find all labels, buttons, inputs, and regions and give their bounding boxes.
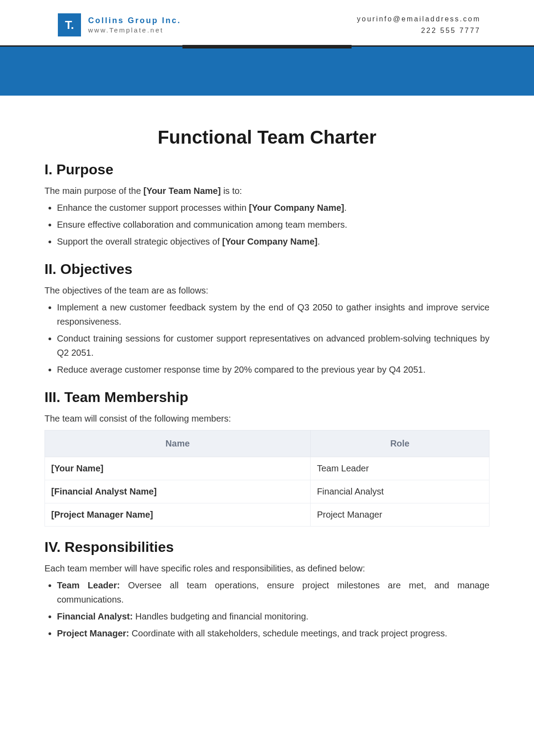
text: . <box>344 203 347 213</box>
table-row: [Project Manager Name] Project Manager <box>45 503 490 527</box>
list-item: Financial Analyst: Handles budgeting and… <box>57 609 490 623</box>
list-item: Team Leader: Oversee all team operations… <box>57 578 490 607</box>
section-heading-objectives: II. Objectives <box>44 261 490 277</box>
contact-email: yourinfo@emailaddress.com <box>357 13 481 25</box>
role-label: Project Manager: <box>57 628 129 638</box>
page-title: Functional Team Charter <box>44 127 490 148</box>
header: T. Collins Group Inc. www.Template.net y… <box>0 0 534 45</box>
list-item: Conduct training sessions for customer s… <box>57 331 490 360</box>
logo-block: T. Collins Group Inc. www.Template.net <box>58 13 181 36</box>
table-row: [Your Name] Team Leader <box>45 457 490 480</box>
logo-icon: T. <box>58 13 81 36</box>
section-heading-purpose: I. Purpose <box>44 161 490 178</box>
contact-phone: 222 555 7777 <box>357 25 481 36</box>
blue-band <box>0 47 534 96</box>
divider <box>0 45 534 47</box>
company-text: Collins Group Inc. www.Template.net <box>88 16 181 35</box>
objectives-intro: The objectives of the team are as follow… <box>44 286 490 296</box>
purpose-list: Enhance the customer support processes w… <box>44 201 490 249</box>
cell-role: Financial Analyst <box>311 480 490 503</box>
cell-role: Project Manager <box>311 503 490 527</box>
company-name: Collins Group Inc. <box>88 16 181 26</box>
list-item: Ensure effective collaboration and commu… <box>57 217 490 232</box>
table-row: [Financial Analyst Name] Financial Analy… <box>45 480 490 503</box>
list-item: Support the overall strategic objectives… <box>57 234 490 249</box>
role-label: Financial Analyst: <box>57 611 133 621</box>
cell-name: [Project Manager Name] <box>45 503 311 527</box>
content: Functional Team Charter I. Purpose The m… <box>0 96 534 663</box>
purpose-intro-placeholder: [Your Team Name] <box>143 186 221 196</box>
responsibilities-intro: Each team member will have specific role… <box>44 563 490 574</box>
cell-name: [Financial Analyst Name] <box>45 480 311 503</box>
objectives-list: Implement a new customer feedback system… <box>44 300 490 377</box>
membership-intro: The team will consist of the following m… <box>44 414 490 424</box>
responsibilities-list: Team Leader: Oversee all team operations… <box>44 578 490 640</box>
list-item: Project Manager: Coordinate with all sta… <box>57 626 490 640</box>
contact-block: yourinfo@emailaddress.com 222 555 7777 <box>357 13 481 36</box>
column-header-role: Role <box>311 430 490 457</box>
list-item: Enhance the customer support processes w… <box>57 201 490 215</box>
cell-name: [Your Name] <box>45 457 311 480</box>
text: Ensure effective collaboration and commu… <box>57 220 347 229</box>
section-heading-membership: III. Team Membership <box>44 389 490 406</box>
text: . <box>317 237 320 246</box>
placeholder: [Your Company Name] <box>222 237 317 246</box>
cell-role: Team Leader <box>311 457 490 480</box>
list-item: Implement a new customer feedback system… <box>57 300 490 329</box>
placeholder: [Your Company Name] <box>249 203 344 213</box>
table-header-row: Name Role <box>45 430 490 457</box>
purpose-intro-suffix: is to: <box>221 186 242 196</box>
company-url: www.Template.net <box>88 26 181 35</box>
role-desc: Oversee all team operations, ensure proj… <box>57 580 490 604</box>
text: Enhance the customer support processes w… <box>57 203 249 213</box>
purpose-intro: The main purpose of the [Your Team Name]… <box>44 186 490 196</box>
role-label: Team Leader: <box>57 580 120 590</box>
section-heading-responsibilities: IV. Responsibilities <box>44 539 490 555</box>
text: Support the overall strategic objectives… <box>57 237 222 246</box>
role-desc: Handles budgeting and financial monitori… <box>133 611 308 621</box>
column-header-name: Name <box>45 430 311 457</box>
purpose-intro-prefix: The main purpose of the <box>44 186 143 196</box>
list-item: Reduce average customer response time by… <box>57 362 490 377</box>
divider-accent <box>182 45 352 48</box>
membership-table: Name Role [Your Name] Team Leader [Finan… <box>44 430 490 527</box>
role-desc: Coordinate with all stakeholders, schedu… <box>129 628 447 638</box>
